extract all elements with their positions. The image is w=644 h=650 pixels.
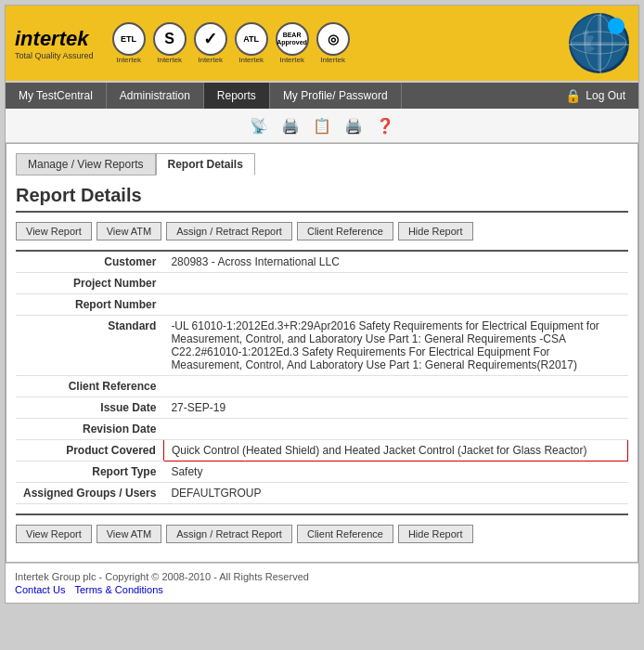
value-standard: -UL 61010-1:2012Ed.3+R:29Apr2016 Safety … xyxy=(163,316,627,376)
last-cert-icon: ◎ xyxy=(316,22,350,56)
table-row: Product Covered Quick Control (Heated Sh… xyxy=(16,440,628,462)
client-reference-button[interactable]: Client Reference xyxy=(297,222,393,240)
assign-retract-button-2[interactable]: Assign / Retract Report xyxy=(166,525,292,543)
value-product-covered: Quick Control (Heated Shield) and Heated… xyxy=(163,440,627,462)
table-row: Project Number xyxy=(16,273,628,294)
toolbar: 📡 🖨️ 📋 🖨️ ❓ xyxy=(6,109,638,143)
value-report-number xyxy=(163,294,627,316)
table-row: Standard -UL 61010-1:2012Ed.3+R:29Apr201… xyxy=(16,316,628,376)
cert-s: S Intertek xyxy=(153,22,187,64)
value-report-type: Safety xyxy=(163,462,627,483)
hide-report-button-2[interactable]: Hide Report xyxy=(398,525,473,543)
label-client-reference: Client Reference xyxy=(16,376,163,397)
bottom-action-buttons: View Report View ATM Assign / Retract Re… xyxy=(16,514,628,543)
page-title: Report Details xyxy=(16,185,628,213)
table-row: Revision Date xyxy=(16,419,628,440)
cert-icons-group: ETL Intertek S Intertek ✓ Intertek ATL I… xyxy=(112,22,569,64)
view-atm-button[interactable]: View ATM xyxy=(97,222,162,240)
view-atm-button-2[interactable]: View ATM xyxy=(97,525,162,543)
logo: intertek Total Quality Assured xyxy=(15,27,94,60)
label-project-number: Project Number xyxy=(16,273,163,294)
label-assigned-groups: Assigned Groups / Users xyxy=(16,483,163,504)
navbar: My TestCentral Administration Reports My… xyxy=(6,83,638,109)
label-issue-date: Issue Date xyxy=(16,397,163,419)
details-table: Customer 280983 - Across International L… xyxy=(16,250,628,504)
footer-links: Contact Us Terms & Conditions xyxy=(15,584,629,595)
lock-icon: 🔒 xyxy=(565,88,581,103)
value-client-reference xyxy=(163,376,627,397)
nav-administration[interactable]: Administration xyxy=(107,83,204,109)
s-icon: S xyxy=(153,22,187,56)
nav-reports[interactable]: Reports xyxy=(204,83,270,109)
help-icon[interactable]: ❓ xyxy=(374,114,396,136)
view-report-button[interactable]: View Report xyxy=(16,222,92,240)
terms-link[interactable]: Terms & Conditions xyxy=(74,584,162,595)
table-row: Assigned Groups / Users DEFAULTGROUP xyxy=(16,483,628,504)
value-project-number xyxy=(163,273,627,294)
label-product-covered: Product Covered xyxy=(16,440,163,462)
nav-logout[interactable]: 🔒 Log Out xyxy=(552,88,638,103)
atl-icon: ATL xyxy=(235,22,268,56)
tabs: Manage / View Reports Report Details xyxy=(16,153,628,176)
hide-report-button[interactable]: Hide Report xyxy=(398,222,473,240)
label-customer: Customer xyxy=(16,251,163,273)
client-reference-button-2[interactable]: Client Reference xyxy=(297,525,393,543)
document-icon[interactable]: 📋 xyxy=(311,114,333,136)
cert-bear: BEARApproved Intertek xyxy=(276,22,309,64)
view-report-button-2[interactable]: View Report xyxy=(16,525,92,543)
footer: Intertek Group plc - Copyright © 2008-20… xyxy=(6,563,638,603)
globe-area xyxy=(569,13,629,73)
table-row: Report Number xyxy=(16,294,628,316)
blue-dot xyxy=(608,18,625,34)
label-report-number: Report Number xyxy=(16,294,163,316)
tab-manage-view[interactable]: Manage / View Reports xyxy=(16,153,156,176)
value-assigned-groups: DEFAULTGROUP xyxy=(163,483,627,504)
table-row: Report Type Safety xyxy=(16,462,628,483)
value-customer: 280983 - Across International LLC xyxy=(163,251,627,273)
print2-icon[interactable]: 🖨️ xyxy=(342,114,365,136)
cert-atl: ATL Intertek xyxy=(235,22,268,64)
cert-check: ✓ Intertek xyxy=(194,22,227,64)
etl-icon: ETL xyxy=(112,22,146,56)
table-row: Customer 280983 - Across International L… xyxy=(16,251,628,273)
value-revision-date xyxy=(163,419,627,440)
print-icon[interactable]: 🖨️ xyxy=(279,114,302,136)
table-row: Issue Date 27-SEP-19 xyxy=(16,397,628,419)
top-action-buttons: View Report View ATM Assign / Retract Re… xyxy=(16,222,628,240)
header: intertek Total Quality Assured ETL Inter… xyxy=(6,6,638,83)
value-issue-date: 27-SEP-19 xyxy=(163,397,627,419)
bear-icon: BEARApproved xyxy=(276,22,309,56)
rss-icon[interactable]: 📡 xyxy=(248,114,270,136)
main-content: Manage / View Reports Report Details Rep… xyxy=(6,143,638,563)
tab-report-details[interactable]: Report Details xyxy=(156,153,255,176)
check-icon: ✓ xyxy=(194,22,227,56)
logo-subtitle: Total Quality Assured xyxy=(15,51,94,60)
logo-text: intertek xyxy=(15,27,94,51)
cert-etl: ETL Intertek xyxy=(112,22,146,64)
cert-last: ◎ Intertek xyxy=(316,22,350,64)
logout-label: Log Out xyxy=(586,89,625,102)
nav-my-testcentral[interactable]: My TestCentral xyxy=(6,83,107,109)
assign-retract-button[interactable]: Assign / Retract Report xyxy=(166,222,292,240)
label-report-type: Report Type xyxy=(16,462,163,483)
nav-my-profile[interactable]: My Profile/ Password xyxy=(270,83,402,109)
table-row: Client Reference xyxy=(16,376,628,397)
svg-point-2 xyxy=(571,32,626,54)
label-standard: Standard xyxy=(16,316,163,376)
copyright-text: Intertek Group plc - Copyright © 2008-20… xyxy=(15,571,629,582)
contact-us-link[interactable]: Contact Us xyxy=(15,584,65,595)
label-revision-date: Revision Date xyxy=(16,419,163,440)
